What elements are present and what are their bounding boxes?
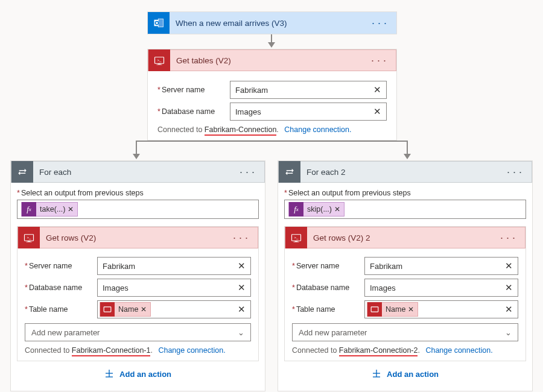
database-name-label: Database name <box>25 283 97 292</box>
server-name-input[interactable]: Fabrikam ✕ <box>230 81 387 99</box>
server-name-input[interactable]: Fabrikam ✕ <box>97 257 251 275</box>
change-connection-link[interactable]: Change connection. <box>425 346 492 355</box>
svg-rect-5 <box>158 63 161 65</box>
card-title: For each <box>33 168 236 177</box>
more-button[interactable]: · · · <box>368 15 390 31</box>
arrow-down-icon <box>404 154 411 159</box>
sql-icon: >_ <box>285 227 307 248</box>
server-name-label: Server name <box>292 262 364 270</box>
connection-info: Connected to Fabrikam-Connection-2. Chan… <box>292 346 518 355</box>
table-chip[interactable]: Name ✕ <box>100 302 151 317</box>
database-name-label: Database name <box>157 107 230 116</box>
remove-chip-icon[interactable]: ✕ <box>334 205 340 213</box>
clear-icon[interactable]: ✕ <box>238 304 246 315</box>
sql-icon: >_ <box>148 49 170 71</box>
change-connection-link[interactable]: Change connection. <box>158 346 225 355</box>
svg-text:>_: >_ <box>157 58 162 62</box>
database-name-input[interactable]: Images ✕ <box>230 103 387 121</box>
more-button[interactable]: · · · <box>497 230 519 245</box>
sql-icon <box>100 302 115 317</box>
get-tables-card: >_ Get tables (V2) · · · Server name Fab… <box>147 49 397 141</box>
arrow-down-icon <box>133 154 140 159</box>
add-parameter-select[interactable]: Add new parameter ⌄ <box>25 323 251 341</box>
table-name-input[interactable]: Name ✕ ✕ <box>364 300 518 318</box>
clear-icon[interactable]: ✕ <box>505 304 513 315</box>
svg-rect-17 <box>295 241 298 242</box>
for-each-2-card: For each 2 · · · Select an output from p… <box>278 160 533 391</box>
svg-rect-20 <box>371 307 378 312</box>
chevron-down-icon: ⌄ <box>238 328 244 337</box>
remove-chip-icon[interactable]: ✕ <box>141 305 147 314</box>
database-name-input[interactable]: Images ✕ <box>97 279 251 297</box>
clear-icon[interactable]: ✕ <box>505 261 513 271</box>
svg-text:>_: >_ <box>294 236 299 239</box>
add-action-button[interactable]: Add an action <box>104 370 171 379</box>
svg-rect-14 <box>109 370 109 377</box>
remove-chip-icon[interactable]: ✕ <box>408 305 414 314</box>
more-button[interactable]: · · · <box>236 164 258 180</box>
connector <box>136 141 407 142</box>
trigger-title: When a new email arrives (V3) <box>170 19 368 28</box>
svg-rect-22 <box>376 370 376 377</box>
get-rows-card: >_ Get rows (V2) · · · Server name Fabri… <box>17 226 259 361</box>
sql-icon: >_ <box>18 227 40 248</box>
more-button[interactable]: · · · <box>229 230 252 245</box>
table-name-input[interactable]: Name ✕ ✕ <box>97 300 251 318</box>
add-parameter-select[interactable]: Add new parameter ⌄ <box>292 323 518 341</box>
sql-icon <box>367 302 382 317</box>
fx-chip[interactable]: fx skip(...) ✕ <box>288 202 345 217</box>
select-output-input[interactable]: fx skip(...) ✕ <box>284 200 526 219</box>
card-title: Get tables (V2) <box>170 56 367 65</box>
card-title: For each 2 <box>300 168 503 177</box>
svg-rect-15 <box>106 376 113 377</box>
database-name-label: Database name <box>292 283 364 292</box>
svg-rect-1 <box>158 19 163 27</box>
svg-text:>_: >_ <box>27 236 32 239</box>
card-title: Get rows (V2) <box>40 233 229 242</box>
fx-chip[interactable]: fx take(...) ✕ <box>21 202 78 217</box>
fx-icon: fx <box>22 202 36 217</box>
svg-rect-23 <box>373 376 380 377</box>
server-name-input[interactable]: Fabrikam ✕ <box>364 257 518 275</box>
svg-rect-9 <box>28 241 31 242</box>
more-button[interactable]: · · · <box>367 52 390 68</box>
outlook-icon <box>148 12 170 34</box>
clear-icon[interactable]: ✕ <box>238 261 246 271</box>
add-action-icon <box>372 368 381 378</box>
clear-icon[interactable]: ✕ <box>505 282 513 293</box>
connection-info: Connected to Fabrikam-Connection. Change… <box>157 125 387 134</box>
more-button[interactable]: · · · <box>503 164 526 180</box>
loop-icon <box>279 161 300 183</box>
remove-chip-icon[interactable]: ✕ <box>68 205 74 213</box>
change-connection-link[interactable]: Change connection. <box>284 125 351 134</box>
table-name-label: Table name <box>25 305 97 314</box>
card-title: Get rows (V2) 2 <box>307 233 497 242</box>
loop-icon <box>11 161 33 183</box>
add-action-button[interactable]: Add an action <box>372 370 439 379</box>
server-name-label: Server name <box>157 86 230 94</box>
svg-rect-12 <box>104 307 111 312</box>
table-chip[interactable]: Name ✕ <box>367 302 418 317</box>
svg-rect-18 <box>294 242 299 242</box>
svg-rect-6 <box>157 65 162 65</box>
table-name-label: Table name <box>292 305 364 314</box>
server-name-label: Server name <box>25 262 97 270</box>
clear-icon[interactable]: ✕ <box>238 282 246 293</box>
clear-icon[interactable]: ✕ <box>373 106 381 117</box>
select-output-label: Select an output from previous steps <box>284 189 526 197</box>
clear-icon[interactable]: ✕ <box>373 84 381 95</box>
svg-rect-10 <box>27 242 32 242</box>
for-each-card: For each · · · Select an output from pre… <box>10 160 265 391</box>
chevron-down-icon: ⌄ <box>505 328 512 337</box>
select-output-label: Select an output from previous steps <box>17 189 259 197</box>
get-rows-2-card: >_ Get rows (V2) 2 · · · Server name Fab… <box>284 226 526 361</box>
trigger-card[interactable]: When a new email arrives (V3) · · · <box>147 11 397 34</box>
add-action-icon <box>104 368 114 378</box>
fx-icon: fx <box>289 202 303 217</box>
connection-info: Connected to Fabrikam-Connection-1. Chan… <box>25 346 251 355</box>
arrow-down-icon <box>268 42 275 48</box>
select-output-input[interactable]: fx take(...) ✕ <box>17 200 259 219</box>
database-name-input[interactable]: Images ✕ <box>364 279 518 297</box>
